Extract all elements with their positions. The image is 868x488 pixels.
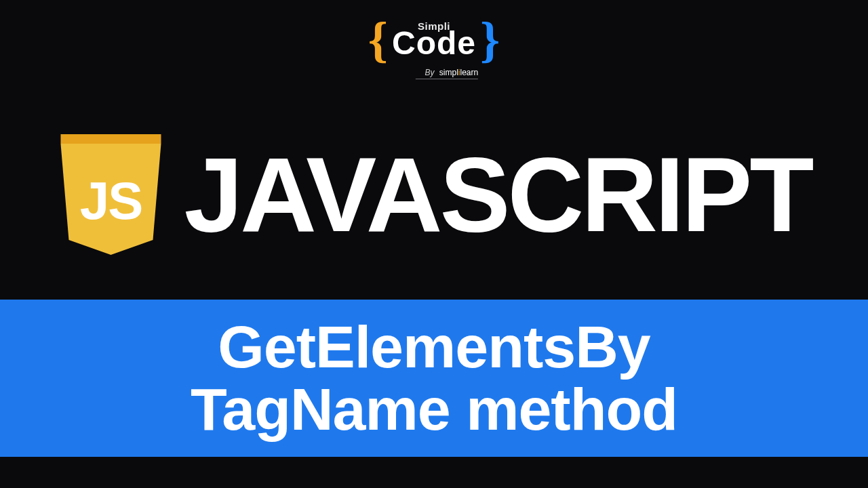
js-shield-icon: JS [56, 134, 165, 255]
bottom-strip [0, 457, 868, 488]
byline-by: By [425, 68, 434, 77]
brace-close-icon: } [480, 15, 500, 65]
svg-marker-0 [60, 134, 161, 144]
hero-row: JS JAVASCRIPT [56, 134, 811, 255]
brand-logo-big: Code [392, 30, 476, 58]
js-shield-letters: JS [56, 170, 165, 232]
topic-banner-line1: GetElementsBy [218, 316, 650, 378]
topic-banner: GetElementsBy TagName method [0, 300, 868, 457]
hero-title: JAVASCRIPT [184, 142, 811, 247]
brand-logo-text: Simpli Code [392, 22, 476, 58]
byline-brand-post: learn [460, 68, 478, 77]
brand-byline: By simplilearn [368, 68, 500, 77]
brace-open-icon: { [368, 15, 388, 65]
byline-brand-pre: simpl [439, 68, 458, 77]
brand-logo: { Simpli Code } By simplilearn [368, 15, 500, 79]
brand-logo-row: { Simpli Code } [368, 15, 500, 65]
topic-banner-line2: TagName method [191, 378, 677, 441]
byline-underline [416, 79, 478, 79]
